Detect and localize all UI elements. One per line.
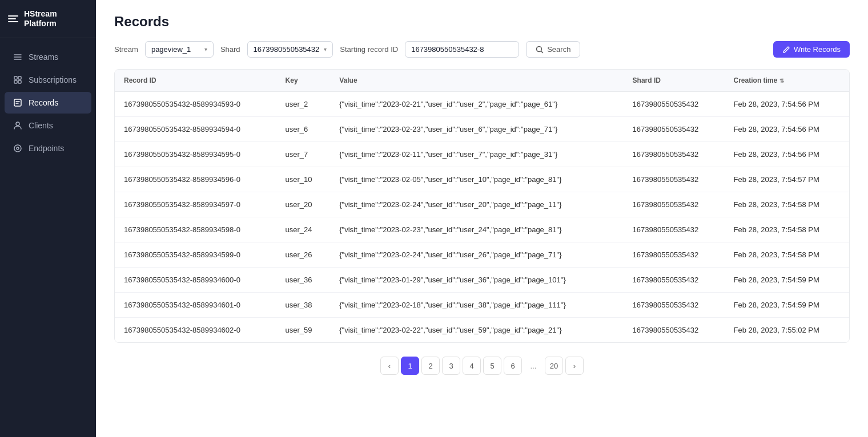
- sidebar-item-clients-label: Clients: [29, 121, 53, 130]
- creation-time-cell: Feb 28, 2023, 7:54:59 PM: [725, 293, 849, 318]
- shard-select[interactable]: 1673980550535432 ▾: [247, 41, 333, 58]
- starting-record-id-label: Starting record ID: [340, 45, 398, 54]
- sidebar-item-subscriptions[interactable]: Subscriptions: [5, 69, 91, 91]
- pagination-page-2[interactable]: 2: [421, 357, 440, 375]
- shard-chevron-icon: ▾: [324, 46, 327, 52]
- stream-label: Stream: [114, 45, 138, 54]
- record-id-cell: 1673980550535432-8589934594-0: [115, 117, 276, 142]
- svg-point-7: [14, 145, 21, 152]
- sidebar-item-endpoints-label: Endpoints: [29, 144, 64, 153]
- stream-select[interactable]: pageview_1 ▾: [145, 41, 214, 58]
- shard-label: Shard: [220, 45, 240, 54]
- shard-id-cell: 1673980550535432: [624, 92, 725, 117]
- key-cell: user_6: [276, 117, 331, 142]
- record-id-cell: 1673980550535432-8589934593-0: [115, 92, 276, 117]
- svg-rect-3: [18, 80, 21, 83]
- pagination-page-20[interactable]: 20: [545, 357, 563, 375]
- pagination-page-3[interactable]: 3: [442, 357, 460, 375]
- value-cell: {"visit_time":"2023-02-18","user_id":"us…: [330, 293, 623, 318]
- key-cell: user_59: [276, 318, 331, 343]
- sidebar-item-endpoints[interactable]: Endpoints: [5, 137, 91, 159]
- svg-rect-2: [14, 80, 17, 83]
- search-label: Search: [547, 45, 570, 54]
- shard-id-cell: 1673980550535432: [624, 318, 725, 343]
- sidebar-item-streams-label: Streams: [29, 52, 58, 62]
- table-row: 1673980550535432-8589934597-0user_20{"vi…: [115, 192, 849, 217]
- value-cell: {"visit_time":"2023-02-21","user_id":"us…: [330, 92, 623, 117]
- table-row: 1673980550535432-8589934598-0user_24{"vi…: [115, 217, 849, 242]
- app-title: HStream Platform: [24, 9, 88, 29]
- record-id-cell: 1673980550535432-8589934597-0: [115, 192, 276, 217]
- write-records-icon: [782, 46, 790, 54]
- starting-record-id-input[interactable]: [405, 41, 519, 58]
- key-cell: user_36: [276, 268, 331, 293]
- value-cell: {"visit_time":"2023-02-05","user_id":"us…: [330, 167, 623, 192]
- creation-time-cell: Feb 28, 2023, 7:54:58 PM: [725, 242, 849, 268]
- write-records-button[interactable]: Write Records: [773, 41, 850, 58]
- table-row: 1673980550535432-8589934595-0user_7{"vis…: [115, 142, 849, 167]
- shard-id-cell: 1673980550535432: [624, 192, 725, 217]
- shard-id-cell: 1673980550535432: [624, 117, 725, 142]
- shard-id-cell: 1673980550535432: [624, 167, 725, 192]
- col-record-id: Record ID: [115, 70, 276, 92]
- write-records-label: Write Records: [794, 45, 841, 54]
- records-table-container: Record ID Key Value Shard ID Creation ti…: [114, 69, 850, 343]
- table-row: 1673980550535432-8589934600-0user_36{"vi…: [115, 268, 849, 293]
- table-body: 1673980550535432-8589934593-0user_2{"vis…: [115, 92, 849, 343]
- pagination: ‹ 1 2 3 4 5 6 ... 20 ›: [114, 357, 850, 384]
- sidebar-item-streams[interactable]: Streams: [5, 46, 91, 68]
- table-row: 1673980550535432-8589934601-0user_38{"vi…: [115, 293, 849, 318]
- table-row: 1673980550535432-8589934594-0user_6{"vis…: [115, 117, 849, 142]
- key-cell: user_10: [276, 167, 331, 192]
- app-logo: HStream Platform: [0, 0, 96, 38]
- value-cell: {"visit_time":"2023-02-23","user_id":"us…: [330, 117, 623, 142]
- sidebar-item-records[interactable]: Records: [5, 92, 91, 114]
- value-cell: {"visit_time":"2023-02-22","user_id":"us…: [330, 318, 623, 343]
- creation-time-cell: Feb 28, 2023, 7:55:02 PM: [725, 318, 849, 343]
- main-content: Records Stream pageview_1 ▾ Shard 167398…: [96, 0, 868, 437]
- sidebar-item-records-label: Records: [29, 98, 58, 107]
- subscriptions-icon: [13, 75, 23, 85]
- record-id-cell: 1673980550535432-8589934600-0: [115, 268, 276, 293]
- col-value: Value: [330, 70, 623, 92]
- clients-icon: [13, 120, 23, 131]
- record-id-cell: 1673980550535432-8589934601-0: [115, 293, 276, 318]
- shard-id-cell: 1673980550535432: [624, 242, 725, 268]
- creation-time-cell: Feb 28, 2023, 7:54:58 PM: [725, 192, 849, 217]
- key-cell: user_24: [276, 217, 331, 242]
- creation-time-cell: Feb 28, 2023, 7:54:56 PM: [725, 117, 849, 142]
- pagination-page-5[interactable]: 5: [483, 357, 501, 375]
- sidebar-nav: Streams Subscriptions Records: [0, 38, 96, 437]
- search-icon: [536, 46, 544, 54]
- endpoints-icon: [13, 143, 23, 153]
- sidebar-item-clients[interactable]: Clients: [5, 115, 91, 136]
- content-area: Records Stream pageview_1 ▾ Shard 167398…: [96, 0, 868, 437]
- col-creation-time[interactable]: Creation time ⇅: [725, 70, 849, 92]
- record-id-cell: 1673980550535432-8589934598-0: [115, 217, 276, 242]
- creation-time-cell: Feb 28, 2023, 7:54:57 PM: [725, 167, 849, 192]
- col-shard-id: Shard ID: [624, 70, 725, 92]
- key-cell: user_7: [276, 142, 331, 167]
- toolbar: Stream pageview_1 ▾ Shard 16739805505354…: [114, 41, 850, 58]
- sort-icon: ⇅: [779, 78, 784, 84]
- pagination-page-1[interactable]: 1: [401, 357, 419, 375]
- svg-rect-0: [14, 76, 17, 79]
- creation-time-cell: Feb 28, 2023, 7:54:56 PM: [725, 92, 849, 117]
- shard-value: 1673980550535432: [254, 45, 320, 54]
- value-cell: {"visit_time":"2023-01-29","user_id":"us…: [330, 268, 623, 293]
- key-cell: user_38: [276, 293, 331, 318]
- value-cell: {"visit_time":"2023-02-11","user_id":"us…: [330, 142, 623, 167]
- pagination-prev[interactable]: ‹: [380, 357, 399, 375]
- shard-id-cell: 1673980550535432: [624, 217, 725, 242]
- pagination-next[interactable]: ›: [565, 357, 584, 375]
- search-button[interactable]: Search: [526, 41, 580, 58]
- svg-rect-1: [18, 76, 21, 79]
- key-cell: user_20: [276, 192, 331, 217]
- table-row: 1673980550535432-8589934593-0user_2{"vis…: [115, 92, 849, 117]
- logo-icon: [8, 15, 18, 22]
- svg-point-8: [537, 46, 542, 51]
- pagination-page-6[interactable]: 6: [504, 357, 522, 375]
- record-id-cell: 1673980550535432-8589934602-0: [115, 318, 276, 343]
- pagination-page-4[interactable]: 4: [463, 357, 481, 375]
- value-cell: {"visit_time":"2023-02-24","user_id":"us…: [330, 192, 623, 217]
